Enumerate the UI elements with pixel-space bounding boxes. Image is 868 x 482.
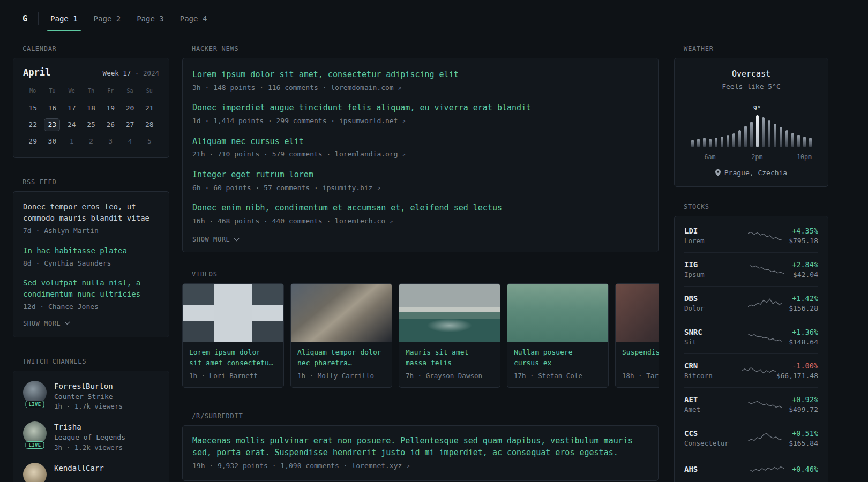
rss-item-meta: 7d · Ashlyn Martin xyxy=(23,225,159,236)
tab-page-4[interactable]: Page 4 xyxy=(179,6,208,31)
calendar-day[interactable]: 23 xyxy=(44,118,60,131)
calendar-day[interactable]: 29 xyxy=(23,135,42,148)
twitch-channel[interactable]: KendallCarr xyxy=(23,463,159,482)
stock-id: CCSConsectetur xyxy=(684,429,741,447)
weather-bar xyxy=(774,124,776,147)
rss-show-more-button[interactable]: SHOW MORE xyxy=(23,320,70,327)
stock-row[interactable]: CCSConsectetur+0.51%$165.84 xyxy=(684,421,818,455)
calendar-day[interactable]: 26 xyxy=(101,118,120,131)
hn-item-meta: 6h · 60 points · 57 comments · ipsumify.… xyxy=(192,183,648,193)
hn-item-meta-text: 16h · 468 points · 440 comments · xyxy=(192,217,331,225)
twitch-channel[interactable]: LIVETrishaLeague of Legends3h · 1.2k vie… xyxy=(23,421,159,453)
video-card[interactable]: Nullam posuere cursus ex17h · Stefan Col… xyxy=(507,283,609,388)
hn-item-source-link[interactable]: loremlandia.org xyxy=(335,150,398,158)
stock-sparkline xyxy=(741,229,789,243)
calendar-day[interactable]: 20 xyxy=(120,102,139,115)
sparkline-chart xyxy=(748,397,782,411)
avatar xyxy=(23,463,47,482)
weather-bar xyxy=(756,115,759,147)
stock-row[interactable]: IIGIpsum+2.84%$42.04 xyxy=(684,252,818,286)
calendar-day[interactable]: 16 xyxy=(42,102,62,115)
stocks-widget-title: STOCKS xyxy=(684,203,828,210)
calendar-day[interactable]: 30 xyxy=(42,135,62,148)
rss-item-title[interactable]: Donec tempor eros leo, ut commodo mauris… xyxy=(23,201,159,224)
video-title[interactable]: Nullam posuere cursus ex xyxy=(507,342,608,368)
calendar-day[interactable]: 17 xyxy=(62,102,81,115)
twitch-channel[interactable]: LIVEForrestBurtonCounter-Strike1h · 1.7k… xyxy=(23,381,159,412)
hn-item-title[interactable]: Integer eget rutrum lorem xyxy=(192,169,648,181)
calendar-day[interactable]: 28 xyxy=(140,118,159,131)
calendar-day[interactable]: 19 xyxy=(101,102,120,115)
stock-row[interactable]: DBSDolor+1.42%$156.28 xyxy=(684,286,818,320)
stock-sparkline xyxy=(741,296,789,310)
weather-temp-label: 9° xyxy=(753,104,761,112)
dashboard-columns: CALENDAR April Week 17 · 2024 MoTuWeThFr… xyxy=(13,45,868,482)
hn-item-title[interactable]: Donec imperdiet augue tincidunt felis al… xyxy=(192,102,648,114)
calendar-day-header: Mo xyxy=(23,86,42,96)
video-title[interactable]: Suspendisse diam xyxy=(616,342,659,368)
calendar-day[interactable]: 27 xyxy=(120,118,139,131)
hn-item-source-link[interactable]: ipsumworld.net xyxy=(339,117,398,125)
stock-row[interactable]: AETAmet+0.92%$499.72 xyxy=(684,387,818,421)
calendar-day[interactable]: 4 xyxy=(120,135,139,148)
tab-page-3[interactable]: Page 3 xyxy=(136,6,165,31)
hn-item-title[interactable]: Aliquam nec cursus elit xyxy=(192,136,648,148)
twitch-channel-name[interactable]: Trisha xyxy=(54,421,125,432)
stock-symbol: SNRC xyxy=(684,328,741,336)
calendar-week: Week 17 xyxy=(103,69,131,77)
calendar-day[interactable]: 3 xyxy=(101,135,120,148)
video-card[interactable]: Aliquam tempor dolor nec pharetra…1h · M… xyxy=(290,283,392,388)
stock-row[interactable]: SNRCSit+1.36%$148.64 xyxy=(684,320,818,353)
hn-item-source-link[interactable]: ipsumify.biz xyxy=(323,184,373,192)
calendar-day[interactable]: 5 xyxy=(140,135,159,148)
hackernews-list: Lorem ipsum dolor sit amet, consectetur … xyxy=(192,69,648,226)
video-card[interactable]: Suspendisse diam18h · Tara xyxy=(615,283,659,388)
hn-item-source-link[interactable]: loremtech.co xyxy=(335,217,385,225)
calendar-day[interactable]: 15 xyxy=(23,102,42,115)
rss-item-title[interactable]: In hac habitasse platea xyxy=(23,245,159,257)
stock-price: $66,171.48 xyxy=(776,372,818,380)
stock-symbol: CRN xyxy=(684,362,741,370)
subreddit-post-source-link[interactable]: loremnet.xyz xyxy=(351,462,402,470)
twitch-channel-name[interactable]: KendallCarr xyxy=(54,463,104,473)
tab-page-1[interactable]: Page 1 xyxy=(49,6,79,31)
calendar-day[interactable]: 21 xyxy=(140,102,159,115)
rss-item-title[interactable]: Sed volutpat nulla nisl, a condimentum n… xyxy=(23,277,159,300)
twitch-channel-name[interactable]: ForrestBurton xyxy=(54,381,123,391)
hn-item-title[interactable]: Lorem ipsum dolor sit amet, consectetur … xyxy=(192,69,648,81)
calendar-day[interactable]: 22 xyxy=(23,118,42,131)
video-card[interactable]: Mauris sit amet massa felis7h · Grayson … xyxy=(399,283,500,388)
weather-time-label: 2pm xyxy=(752,153,763,161)
video-title[interactable]: Mauris sit amet massa felis xyxy=(399,342,500,368)
stock-row[interactable]: LDILorem+4.35%$795.18 xyxy=(684,219,818,252)
video-title[interactable]: Aliquam tempor dolor nec pharetra… xyxy=(291,342,392,368)
stock-id: LDILorem xyxy=(684,227,741,245)
twitch-channel-game: Counter-Strike xyxy=(54,391,123,402)
calendar-day[interactable]: 24 xyxy=(62,118,81,131)
subreddit-post-title[interactable]: Maecenas mollis pulvinar erat non posuer… xyxy=(192,435,648,459)
hn-item-source-link[interactable]: loremdomain.com xyxy=(331,84,393,92)
calendar-card: April Week 17 · 2024 MoTuWeThFrSaSu15161… xyxy=(13,58,169,158)
stock-row[interactable]: AHS+0.46% xyxy=(684,455,818,482)
rss-item: Donec tempor eros leo, ut commodo mauris… xyxy=(23,201,159,236)
left-column: CALENDAR April Week 17 · 2024 MoTuWeThFr… xyxy=(13,45,169,482)
calendar-day[interactable]: 25 xyxy=(81,118,101,131)
video-title[interactable]: Lorem ipsum dolor sit amet consectetu… xyxy=(183,342,283,368)
twitch-channel-game: League of Legends xyxy=(54,432,125,443)
stock-id: IIGIpsum xyxy=(684,260,741,278)
stock-change: +1.42% xyxy=(789,294,818,303)
tab-page-2[interactable]: Page 2 xyxy=(93,6,122,31)
hackernews-show-more-button[interactable]: SHOW MORE xyxy=(192,236,240,243)
calendar-day[interactable]: 18 xyxy=(81,102,101,115)
twitch-widget-title: TWITCH CHANNELS xyxy=(23,358,169,365)
stock-row[interactable]: CRNBitcorn-1.00%$66,171.48 xyxy=(684,353,818,387)
external-link-icon: ↗ xyxy=(402,118,406,125)
calendar-day[interactable]: 2 xyxy=(81,135,101,148)
logo[interactable]: G xyxy=(13,14,38,24)
hn-item-title[interactable]: Donec enim nibh, condimentum et accumsan… xyxy=(192,202,648,214)
stock-sparkline xyxy=(741,262,792,276)
weather-bar xyxy=(744,126,747,147)
video-card[interactable]: Lorem ipsum dolor sit amet consectetu…1h… xyxy=(182,283,284,388)
calendar-day[interactable]: 1 xyxy=(62,135,81,148)
weather-widget: WEATHER Overcast Feels like 5°C 9° 6am2p… xyxy=(674,45,828,187)
